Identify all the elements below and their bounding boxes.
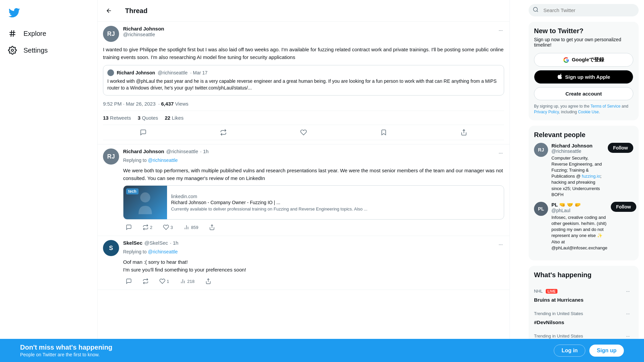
- reply-share-button-1[interactable]: [206, 223, 218, 232]
- like-stat[interactable]: 22 Likes: [165, 115, 183, 121]
- reply-like-button-1[interactable]: 3: [160, 223, 175, 232]
- reply-share-button-2[interactable]: [203, 277, 214, 286]
- twitter-logo[interactable]: [4, 3, 88, 24]
- person-name-richard: Richard Johnson: [551, 143, 604, 148]
- signup-terms: By signing up, you agree to the Terms of…: [534, 104, 633, 115]
- heart-icon: [300, 129, 307, 136]
- link-card-1[interactable]: tech linkedin.com Richard Johnson - Comp…: [123, 185, 504, 220]
- fuzzing-link[interactable]: fuzzing.io: [582, 174, 600, 179]
- reply-comment-button-1[interactable]: [123, 223, 135, 232]
- retweet-button[interactable]: [217, 126, 229, 138]
- replying-to-2: Replying to @richinseattle: [123, 249, 504, 254]
- apple-icon: [557, 74, 562, 80]
- reply-more-button-2[interactable]: ···: [497, 240, 504, 248]
- bookmark-icon: [380, 129, 387, 136]
- reply-tweet-2: S SkelSec @SkelSec · 1h ··· Replying to …: [98, 236, 509, 290]
- svg-point-6: [140, 192, 150, 202]
- tweet-views: 6,437: [161, 101, 174, 107]
- follow-button-richard[interactable]: Follow: [608, 143, 633, 153]
- settings-label: Settings: [23, 47, 48, 54]
- sidebar-item-settings[interactable]: Settings: [4, 42, 52, 59]
- reply-time-2: · 1h: [170, 240, 178, 246]
- reply-action-bar-1: 2 3 859: [123, 223, 504, 232]
- reply-avatar-2: S: [103, 240, 119, 256]
- reply-like-button-2[interactable]: 1: [157, 277, 172, 286]
- reply-comment-button-2[interactable]: [123, 277, 135, 286]
- reply-retweet-button-2[interactable]: [140, 277, 151, 286]
- replying-to-link-2[interactable]: @richinseattle: [148, 249, 178, 254]
- trending-topic-2: #DevNilsons: [534, 319, 633, 325]
- reply-header-1: Richard Johnson @richinseattle · 1h ···: [123, 148, 504, 157]
- signup-button[interactable]: Sign up: [589, 345, 624, 357]
- bottom-bar-heading: Don't miss what's happening: [20, 344, 112, 351]
- person-row-richard: RJ Richard Johnson @richinseattle Comput…: [534, 143, 633, 198]
- trending-context-3: Trending in United States: [534, 334, 583, 339]
- privacy-policy-link[interactable]: Privacy Policy: [534, 110, 559, 114]
- reply-avatar-initials-2: S: [109, 245, 113, 252]
- quoted-name: Richard Johnson: [117, 70, 155, 75]
- reply-tweet-1: RJ Richard Johnson @richinseattle · 1h ·…: [98, 144, 509, 236]
- trending-item-2[interactable]: Trending in United States ··· #DevNilson…: [534, 305, 633, 328]
- reply-action-bar-2: 1 218: [123, 277, 504, 286]
- google-signup-button[interactable]: Googleで登録: [534, 53, 633, 67]
- quoted-author-row: Richard Johnson @richinseattle · Mar 17: [107, 69, 500, 76]
- login-button[interactable]: Log in: [554, 345, 585, 357]
- search-icon: [533, 6, 539, 14]
- quote-stat[interactable]: 3 Quotes: [138, 115, 158, 121]
- cookie-use-link[interactable]: Cookie Use: [578, 110, 599, 114]
- person-avatar-initials-pl: PL: [538, 206, 544, 212]
- create-account-button[interactable]: Create account: [534, 87, 633, 100]
- reply-content-2: SkelSec @SkelSec · 1h ··· Replying to @r…: [123, 240, 504, 286]
- author-name: Richard Johnson: [123, 26, 164, 32]
- terms-of-service-link[interactable]: Terms of Service: [591, 104, 621, 109]
- retweet-stat[interactable]: 13 Retweets: [103, 115, 131, 121]
- person-bio-richard: Computer Security, Reverse Engineering, …: [551, 155, 604, 198]
- link-card-image-1: tech: [123, 186, 167, 219]
- quoted-tweet[interactable]: Richard Johnson @richinseattle · Mar 17 …: [103, 65, 504, 96]
- thread-title: Thread: [125, 7, 148, 15]
- explore-label: Explore: [23, 30, 46, 38]
- reply-body-2: S SkelSec @SkelSec · 1h ··· Replying to …: [103, 240, 504, 286]
- whats-happening-box: What's happening NHL LIVE ··· Bruins at …: [529, 266, 639, 349]
- bookmark-button[interactable]: [378, 126, 390, 138]
- sidebar: Explore Settings: [0, 0, 92, 362]
- like-button[interactable]: [298, 126, 310, 138]
- svg-line-2: [11, 30, 12, 37]
- trending-context-1: NHL LIVE: [534, 289, 557, 294]
- avatar: RJ: [103, 26, 119, 42]
- link-card-title-1: Richard Johnson - Company Owner - Fuzzin…: [171, 200, 367, 205]
- reply-retweet-button-1[interactable]: 2: [140, 223, 155, 232]
- reply-more-button-1[interactable]: ···: [497, 148, 504, 157]
- trending-item-1[interactable]: NHL LIVE ··· Bruins at Hurricanes: [534, 283, 633, 305]
- quoted-date: · Mar 17: [190, 70, 207, 75]
- reply-body-1: RJ Richard Johnson @richinseattle · 1h ·…: [103, 148, 504, 232]
- search-input[interactable]: [529, 4, 639, 16]
- person-row-pl: PL PL 🤜 🤝 🤛 @phLaul Infosec, creative co…: [534, 202, 633, 251]
- person-avatar-initials-richard: RJ: [538, 147, 544, 153]
- reply-handle-1: @richinseattle: [166, 148, 198, 154]
- svg-point-15: [533, 7, 537, 11]
- follow-button-pl[interactable]: Follow: [611, 202, 636, 212]
- quoted-text: I worked with @phLaul the past year and …: [107, 78, 500, 91]
- tweet-more-button[interactable]: ···: [497, 26, 504, 34]
- reply-text-1: We were both top performers, with multip…: [123, 167, 504, 182]
- google-icon: [563, 57, 569, 63]
- reply-name-1: Richard Johnson: [123, 148, 164, 154]
- comment-button[interactable]: [137, 126, 149, 138]
- tweet-content: I wanted to give Philippe the spotlight …: [103, 46, 504, 61]
- views-label: Views: [175, 101, 189, 107]
- apple-signup-button[interactable]: Sign up with Apple: [534, 70, 633, 84]
- back-button[interactable]: [103, 5, 115, 17]
- trending-more-1[interactable]: ···: [623, 286, 633, 296]
- share-button[interactable]: [458, 126, 470, 138]
- reply-avatar-initials-1: RJ: [107, 153, 115, 160]
- sidebar-item-explore[interactable]: Explore: [4, 25, 50, 42]
- trending-more-2[interactable]: ···: [623, 308, 633, 319]
- reply-avatar-1: RJ: [103, 148, 119, 165]
- reply-views-2: 218: [177, 277, 197, 286]
- reply-text-2: Oof man :( sorry to hear that!I'm sure y…: [123, 258, 504, 274]
- action-bar: [103, 125, 504, 140]
- tweet-author-row: RJ Richard Johnson @richinseattle ···: [103, 26, 504, 42]
- replying-to-link-1[interactable]: @richinseattle: [148, 158, 178, 163]
- trending-label-1: NHL LIVE ···: [534, 286, 633, 296]
